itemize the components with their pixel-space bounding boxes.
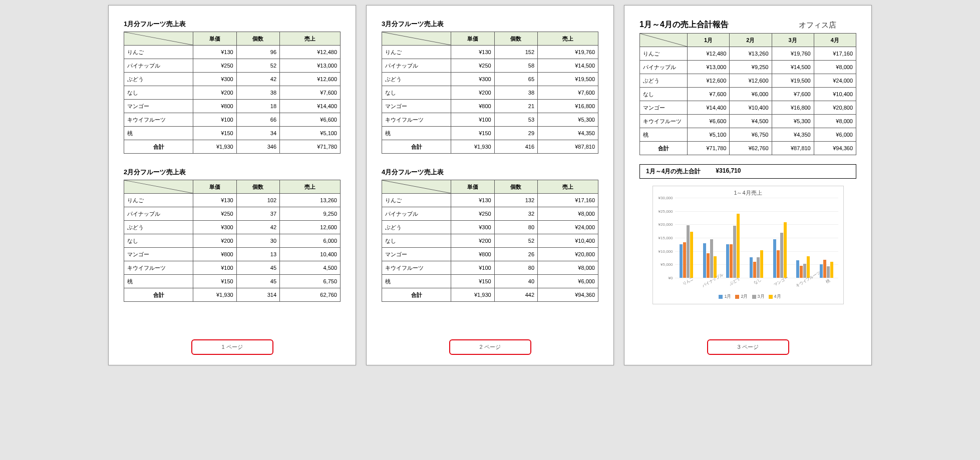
page-number: 2 ページ — [449, 339, 531, 355]
table-total-row: 合計¥71,780¥62,760¥87,810¥94,360 — [640, 142, 856, 155]
cell-sales: ¥5,100 — [280, 127, 341, 140]
cell-value: ¥12,480 — [688, 47, 730, 61]
cell-sales: 6,750 — [280, 275, 341, 288]
summary-table: 1月2月3月4月りんご¥12,480¥13,260¥19,760¥17,160パ… — [639, 33, 856, 155]
cell-qty: 66 — [236, 113, 279, 127]
page-number: 3 ページ — [707, 339, 789, 355]
cell-sales: 12,600 — [280, 221, 341, 234]
table-row: 桃¥150456,750 — [124, 275, 341, 288]
cell-qty: 45 — [236, 261, 279, 275]
cell-price: ¥300 — [193, 73, 236, 86]
table-title: 2月分フルーツ売上表 — [124, 168, 341, 177]
cell-price: ¥130 — [193, 46, 236, 59]
cell-price: ¥200 — [193, 234, 236, 248]
chart-ylabel: ¥30,000 — [654, 196, 673, 200]
cell-name: ぶどう — [124, 73, 193, 86]
total-sales: 62,760 — [280, 288, 341, 302]
cell-name: 桃 — [124, 127, 193, 140]
table-row: りんご¥13010213,260 — [124, 194, 341, 207]
bar-chart: 1～4月売上 ¥0¥5,000¥10,000¥15,000¥20,000¥25,… — [652, 186, 844, 304]
col-qty: 個数 — [494, 32, 537, 46]
total-sales: ¥71,780 — [280, 140, 341, 154]
cell-sales: ¥17,160 — [538, 194, 598, 207]
cell-qty: 21 — [494, 100, 537, 113]
table-row: ぶどう¥30065¥19,500 — [382, 73, 598, 86]
cell-qty: 152 — [494, 46, 537, 59]
cell-name: なし — [640, 88, 688, 101]
bar — [690, 232, 693, 278]
cell-value: ¥20,800 — [814, 101, 856, 115]
cell-qty: 26 — [494, 248, 537, 261]
cell-price: ¥250 — [451, 59, 494, 73]
cell-value: ¥6,000 — [730, 88, 772, 101]
cell-qty: 42 — [236, 221, 279, 234]
cell-name: マンゴー — [640, 101, 688, 115]
col-sales: 売上 — [280, 180, 341, 194]
cell-name: なし — [382, 234, 451, 248]
cell-sales: 6,000 — [280, 234, 341, 248]
cell-qty: 58 — [494, 59, 537, 73]
bar-group — [796, 198, 810, 278]
chart-ylabel: ¥0 — [654, 276, 673, 280]
cell-qty: 30 — [236, 234, 279, 248]
grand-total-label: 1月～4月の売上合計 — [640, 165, 707, 178]
cell-name: なし — [124, 86, 193, 100]
bar — [784, 222, 787, 278]
cell-price: ¥150 — [193, 127, 236, 140]
table-row: 桃¥5,100¥6,750¥4,350¥6,000 — [640, 128, 856, 142]
cell-value: ¥16,800 — [772, 101, 814, 115]
legend-label: 1月 — [724, 294, 731, 299]
col-month: 3月 — [772, 34, 814, 47]
cell-name: パイナップル — [124, 207, 193, 221]
cell-name: 桃 — [382, 275, 451, 288]
table-row: ぶどう¥12,600¥12,600¥19,500¥24,000 — [640, 74, 856, 88]
cell-qty: 34 — [236, 127, 279, 140]
cell-value: ¥5,100 — [688, 128, 730, 142]
cell-sales: ¥13,000 — [280, 59, 341, 73]
cell-value: ¥10,400 — [814, 88, 856, 101]
total-value: ¥94,360 — [814, 142, 856, 155]
legend-swatch — [735, 295, 739, 299]
total-price: ¥1,930 — [451, 288, 494, 302]
table-row: なし¥20052¥10,400 — [382, 234, 598, 248]
legend-label: 3月 — [758, 294, 765, 299]
cell-value: ¥17,160 — [814, 47, 856, 61]
total-qty: 442 — [494, 288, 537, 302]
bar — [760, 250, 763, 278]
cell-price: ¥130 — [451, 46, 494, 59]
table-row: パイナップル¥250379,250 — [124, 207, 341, 221]
svg-line-0 — [124, 32, 193, 45]
bar — [777, 250, 780, 278]
cell-value: ¥9,250 — [730, 61, 772, 74]
cell-qty: 40 — [494, 275, 537, 288]
table-row: なし¥20038¥7,600 — [382, 86, 598, 100]
cell-price: ¥100 — [451, 113, 494, 127]
total-sales: ¥87,810 — [538, 140, 598, 154]
cell-sales: ¥10,400 — [538, 234, 598, 248]
total-qty: 346 — [236, 140, 279, 154]
total-sales: ¥94,360 — [538, 288, 598, 302]
cell-value: ¥6,600 — [688, 115, 730, 128]
cell-qty: 53 — [494, 113, 537, 127]
cell-price: ¥300 — [193, 221, 236, 234]
table-total-row: 合計¥1,93031462,760 — [124, 288, 341, 302]
cell-price: ¥100 — [193, 261, 236, 275]
table-row: キウイフルーツ¥10053¥5,300 — [382, 113, 598, 127]
cell-sales: ¥7,600 — [538, 86, 598, 100]
cell-qty: 96 — [236, 46, 279, 59]
cell-sales: ¥20,800 — [538, 248, 598, 261]
grand-total: 1月～4月の売上合計 ¥316,710 — [639, 164, 856, 179]
bar-group — [703, 198, 717, 278]
col-sales: 売上 — [280, 32, 341, 46]
cell-price: ¥200 — [451, 234, 494, 248]
cell-name: パイナップル — [382, 59, 451, 73]
cell-qty: 52 — [236, 59, 279, 73]
bar — [687, 225, 690, 278]
cell-price: ¥250 — [451, 207, 494, 221]
table-title: 4月分フルーツ売上表 — [382, 168, 598, 177]
cell-sales: ¥12,600 — [280, 73, 341, 86]
cell-name: キウイフルーツ — [124, 261, 193, 275]
page-3: 1月～4月の売上合計報告 オフィス店 1月2月3月4月りんご¥12,480¥13… — [624, 5, 872, 365]
monthly-table-jan: 単価個数売上りんご¥13096¥12,480パイナップル¥25052¥13,00… — [124, 32, 341, 154]
cell-value: ¥13,000 — [688, 61, 730, 74]
